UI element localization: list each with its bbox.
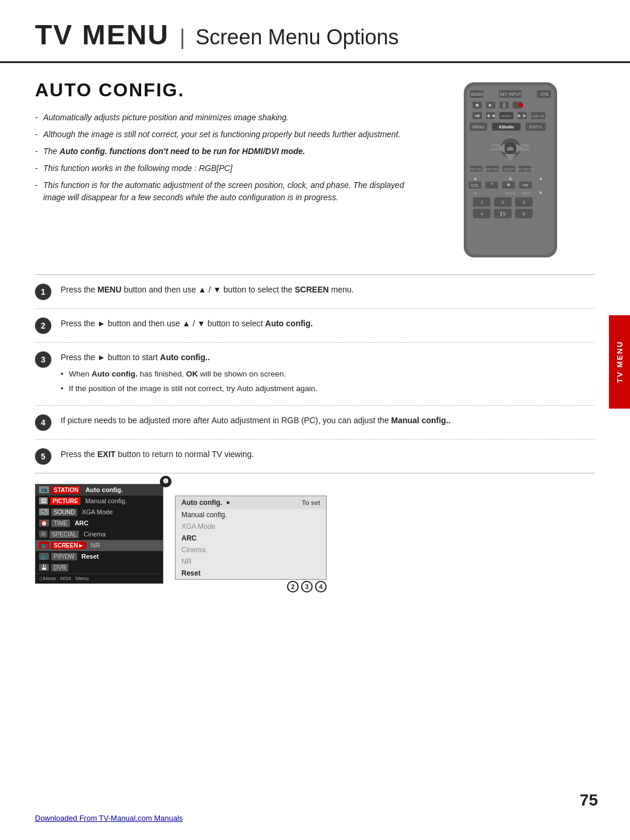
step-3-circle: 3 — [35, 351, 51, 368]
footer-link[interactable]: Downloaded From TV-Manual.com Manuals — [35, 814, 183, 822]
menu-footer: ◇Move MSII Menu — [36, 573, 163, 583]
screenshot-1-label: ❶ — [160, 476, 172, 487]
svg-text:TIME: TIME — [492, 144, 500, 147]
menu2-row-manualconfig: Manual config. — [176, 509, 326, 521]
menu2-row-cinema: Cinema — [176, 544, 326, 556]
reset-label: Reset — [82, 553, 99, 560]
svg-text:EXIT⊙: EXIT⊙ — [529, 125, 542, 129]
menu-row-dvr: 💾 DVR — [36, 562, 163, 573]
svg-text:►►: ►► — [517, 113, 527, 118]
svg-text:■: ■ — [475, 102, 478, 108]
step-2-circle: 2 — [35, 318, 51, 334]
manual-config-label: Manual config. — [85, 497, 127, 504]
step-2-text: Press the ► button and then use ▲ / ▼ bu… — [61, 317, 595, 330]
main-content: AUTO CONFIG. Automatically adjusts pictu… — [0, 63, 630, 260]
xga-label: XGA Mode — [82, 508, 113, 515]
svg-text:TEXT: TEXT — [522, 191, 531, 195]
svg-text:4: 4 — [481, 211, 484, 217]
remote-svg: AUDIO SET INPUT STB ■ ► ‖ ⏮ ◄◄ MARK ►► L — [452, 79, 569, 260]
brand-title: TV MENU — [35, 19, 169, 51]
step-3-text: Press the ► button to start Auto config.… — [61, 351, 595, 397]
header-subtitle: Screen Menu Options — [195, 25, 398, 50]
svg-text:SHIFT: SHIFT — [491, 148, 501, 151]
menu-row-station: 📺 STATION Auto config. — [36, 485, 163, 496]
svg-text:PIP PR+: PIP PR+ — [485, 168, 499, 171]
bullet-item-1: Automatically adjusts picture position a… — [35, 111, 408, 124]
svg-text:SET INPUT: SET INPUT — [500, 92, 522, 96]
arc-label: ARC — [75, 520, 89, 527]
sound-label: SOUND — [51, 508, 77, 516]
svg-text:▲: ▲ — [473, 176, 478, 181]
svg-text:SHIFT: SHIFT — [520, 148, 530, 151]
svg-text:2: 2 — [502, 200, 505, 205]
sub-bullet-1: When Auto config. has finished, OK will … — [61, 368, 595, 380]
time-label: TIME — [51, 520, 70, 527]
dvr-label: DVR — [51, 564, 68, 571]
svg-text:PIP PR-: PIP PR- — [470, 168, 482, 171]
step-1-circle: 1 — [35, 284, 51, 300]
step-2-row: 2 Press the ► button and then use ▲ / ▼ … — [35, 308, 595, 342]
menu-row-sound: 🔊 SOUND XGA Mode — [36, 507, 163, 518]
svg-text:MUTE: MUTE — [506, 191, 516, 195]
menu2-row-reset: Reset — [176, 567, 326, 579]
menu2-row-autoconfig: Auto config. ► To set — [176, 496, 326, 509]
page-number: 75 — [580, 791, 598, 810]
svg-text:▲: ▲ — [508, 176, 513, 181]
svg-text:▼: ▼ — [474, 191, 477, 195]
step-4-row: 4 If picture needs to be adjusted more a… — [35, 405, 595, 439]
svg-text:◄◄: ◄◄ — [485, 113, 496, 118]
svg-text:MARK: MARK — [501, 114, 511, 118]
station-label: STATION — [51, 486, 80, 494]
svg-text:▲: ▲ — [538, 176, 543, 181]
header-divider: | — [180, 25, 185, 50]
special-label: SPECIAL — [50, 531, 79, 538]
svg-text:3: 3 — [523, 200, 526, 205]
screenshots-container: ❶ 📺 STATION Auto config. 🖼 PICTURE Manua… — [0, 473, 630, 584]
cinema-label: Cinema — [83, 531, 106, 538]
step-3-sub-bullets: When Auto config. has finished, OK will … — [61, 368, 595, 395]
svg-text:6: 6 — [523, 211, 526, 217]
circle-4: 4 — [315, 581, 327, 592]
svg-text:MENU: MENU — [473, 125, 485, 129]
bullet-list: Automatically adjusts picture position a… — [35, 111, 408, 204]
svg-text:▼: ▼ — [538, 190, 543, 196]
picture-label: PICTURE — [50, 497, 80, 505]
step-4-text: If picture needs to be adjusted more aft… — [61, 414, 595, 427]
remote-control-illustration: AUDIO SET INPUT STB ■ ► ‖ ⏮ ◄◄ MARK ►► L — [426, 79, 595, 260]
menu-panel-2: Auto config. ► To set Manual config. XGA… — [175, 496, 327, 580]
page-header: TV MENU | Screen Menu Options — [0, 0, 630, 63]
menu-row-time: ⏰ TIME ARC — [36, 518, 163, 529]
svg-text:STB: STB — [540, 92, 548, 96]
screen-label: SCREEN► — [51, 542, 86, 549]
svg-text:SWAP: SWAP — [503, 168, 513, 171]
svg-text:XStudio: XStudio — [499, 125, 514, 129]
menu-screenshot-2: Auto config. ► To set Manual config. XGA… — [175, 496, 327, 580]
menu2-row-nr: NR — [176, 556, 326, 567]
svg-text:‖5: ‖5 — [500, 211, 506, 217]
step-1-row: 1 Press the MENU button and then use ▲ /… — [35, 274, 595, 308]
svg-text:✕: ✕ — [491, 182, 494, 186]
step-5-row: 5 Press the EXIT button to return to nor… — [35, 439, 595, 473]
circle-2: 2 — [287, 581, 299, 592]
svg-point-15 — [519, 103, 523, 107]
step-5-circle: 5 — [35, 448, 51, 465]
bullet-item-3: The Auto config. functions don't need to… — [35, 145, 408, 158]
menu-row-special: ⚙ SPECIAL Cinema — [36, 529, 163, 540]
menu-screenshot-1: ❶ 📺 STATION Auto config. 🖼 PICTURE Manua… — [35, 484, 163, 584]
svg-text:PIP INPUT: PIP INPUT — [516, 168, 534, 171]
svg-text:►: ► — [488, 102, 494, 108]
svg-text:1: 1 — [481, 200, 484, 205]
menu-row-picture: 🖼 PICTURE Manual config. — [36, 496, 163, 507]
tv-menu-sidebar-label: TV MENU — [609, 315, 630, 409]
svg-text:LIVE TV: LIVE TV — [531, 114, 544, 118]
to-set-label: To set — [302, 499, 320, 506]
left-column: AUTO CONFIG. Automatically adjusts pictu… — [35, 79, 408, 260]
bullet-item-4: This function works in the following mod… — [35, 162, 408, 175]
step-3-row: 3 Press the ► button to start Auto confi… — [35, 342, 595, 405]
svg-point-36 — [509, 147, 512, 150]
pipdw-label: PIP/DW — [51, 553, 77, 560]
sub-bullet-2: If the position of the image is still no… — [61, 383, 595, 395]
svg-text:PR: PR — [523, 183, 528, 187]
circle-3: 3 — [301, 581, 313, 592]
screenshot-circle-nums: 2 3 4 — [287, 581, 327, 592]
